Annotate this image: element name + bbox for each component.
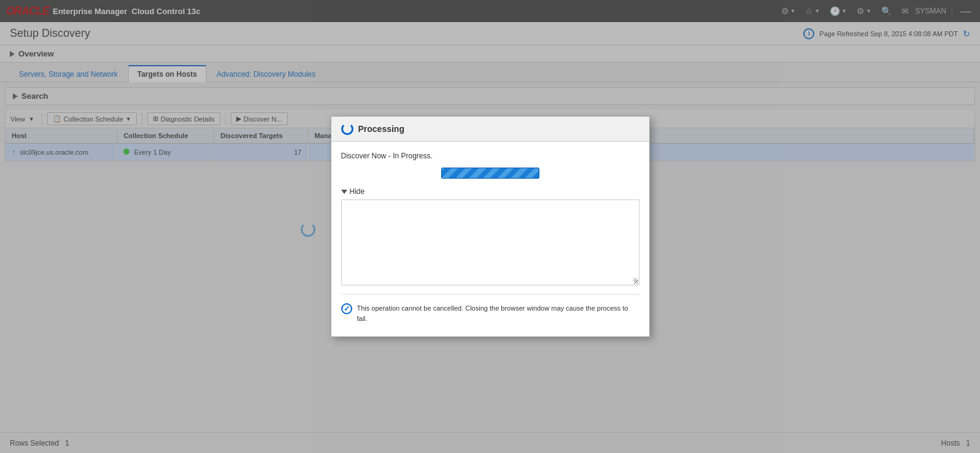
modal-overlay: Processing Discover Now - In Progress. H…	[0, 0, 980, 453]
hide-toggle[interactable]: Hide	[341, 187, 639, 196]
processing-dialog: Processing Discover Now - In Progress. H…	[331, 116, 650, 337]
resize-handle[interactable]: ⟱	[633, 277, 638, 284]
dialog-body: Discover Now - In Progress. Hide ⟱ ✓ Thi…	[331, 142, 649, 333]
progress-bar-container	[341, 168, 639, 179]
dialog-header: Processing	[331, 117, 649, 142]
dialog-title: Processing	[358, 124, 404, 134]
hide-section: Hide ⟱	[341, 187, 639, 285]
progress-bar	[441, 168, 539, 179]
dialog-status-text: Discover Now - In Progress.	[341, 152, 639, 160]
hide-collapse-icon	[341, 190, 347, 194]
hide-label: Hide	[350, 187, 365, 196]
warning-text: This operation cannot be cancelled. Clos…	[357, 303, 639, 323]
warning-icon: ✓	[341, 303, 352, 314]
warning-row: ✓ This operation cannot be cancelled. Cl…	[341, 294, 639, 323]
dialog-spinner-icon	[341, 123, 353, 135]
log-area: ⟱	[341, 199, 639, 285]
